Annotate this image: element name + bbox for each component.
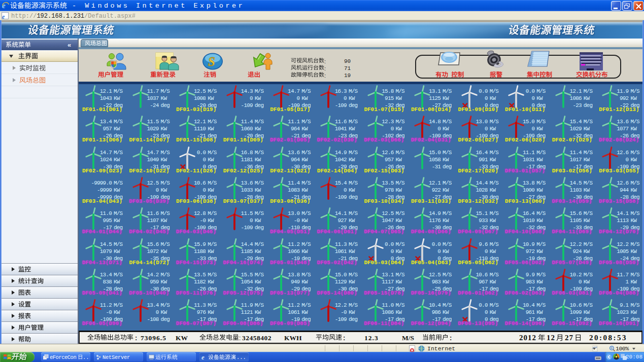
svg-text:e: e [2, 14, 5, 20]
svg-text:e: e [201, 354, 205, 360]
svg-text:S: S [208, 55, 215, 68]
